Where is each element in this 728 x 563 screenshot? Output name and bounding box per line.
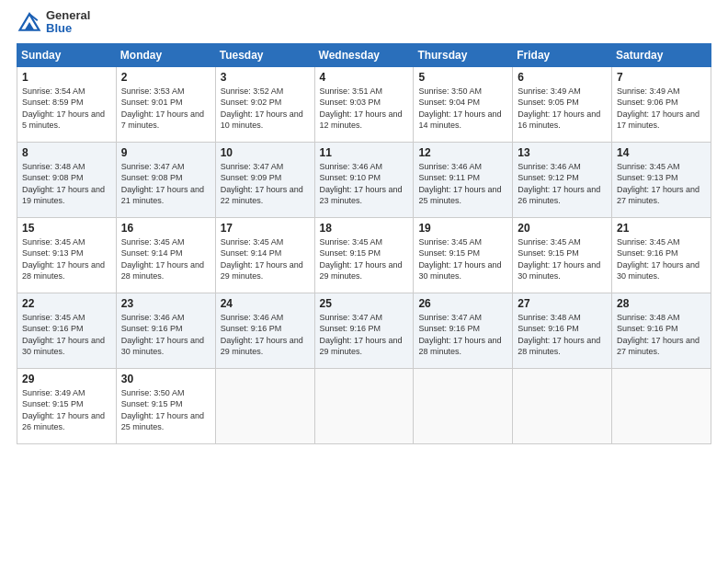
calendar-cell: 16 Sunrise: 3:45 AMSunset: 9:14 PMDaylig… (116, 217, 215, 293)
calendar-header-monday: Monday (116, 43, 215, 66)
day-info: Sunrise: 3:45 AMSunset: 9:16 PMDaylight:… (22, 312, 111, 358)
day-number: 20 (518, 222, 607, 235)
day-number: 30 (121, 373, 210, 385)
calendar-cell (414, 368, 513, 443)
calendar-cell: 2 Sunrise: 3:53 AMSunset: 9:01 PMDayligh… (116, 66, 215, 142)
day-info: Sunrise: 3:45 AMSunset: 9:13 PMDaylight:… (22, 236, 111, 282)
day-info: Sunrise: 3:45 AMSunset: 9:15 PMDaylight:… (518, 236, 607, 282)
calendar-cell: 24 Sunrise: 3:46 AMSunset: 9:16 PMDaylig… (215, 293, 314, 368)
day-info: Sunrise: 3:50 AMSunset: 9:04 PMDaylight:… (418, 86, 507, 132)
calendar-cell (314, 368, 414, 443)
day-info: Sunrise: 3:51 AMSunset: 9:03 PMDaylight:… (320, 86, 409, 132)
page: General Blue SundayMondayTuesdayWednesda… (0, 0, 728, 563)
calendar-cell: 15 Sunrise: 3:45 AMSunset: 9:13 PMDaylig… (17, 217, 117, 293)
calendar-cell: 14 Sunrise: 3:45 AMSunset: 9:13 PMDaylig… (612, 142, 711, 217)
day-number: 29 (22, 373, 111, 385)
calendar-cell: 29 Sunrise: 3:49 AMSunset: 9:15 PMDaylig… (17, 368, 117, 443)
day-info: Sunrise: 3:45 AMSunset: 9:14 PMDaylight:… (121, 236, 210, 282)
calendar-cell: 26 Sunrise: 3:47 AMSunset: 9:16 PMDaylig… (414, 293, 513, 368)
day-info: Sunrise: 3:53 AMSunset: 9:01 PMDaylight:… (121, 86, 210, 132)
day-number: 9 (121, 146, 210, 159)
day-info: Sunrise: 3:50 AMSunset: 9:15 PMDaylight:… (121, 387, 210, 433)
calendar-header-sunday: Sunday (17, 43, 117, 66)
day-info: Sunrise: 3:47 AMSunset: 9:16 PMDaylight:… (418, 312, 507, 358)
day-number: 14 (617, 146, 706, 159)
day-info: Sunrise: 3:46 AMSunset: 9:11 PMDaylight:… (418, 161, 507, 207)
calendar-cell: 10 Sunrise: 3:47 AMSunset: 9:09 PMDaylig… (215, 142, 314, 217)
day-number: 21 (617, 222, 706, 235)
day-info: Sunrise: 3:49 AMSunset: 9:05 PMDaylight:… (518, 86, 607, 132)
calendar-cell: 30 Sunrise: 3:50 AMSunset: 9:15 PMDaylig… (116, 368, 215, 443)
day-info: Sunrise: 3:47 AMSunset: 9:09 PMDaylight:… (221, 161, 310, 207)
day-number: 18 (320, 222, 409, 235)
day-number: 1 (22, 71, 111, 84)
day-number: 24 (221, 297, 310, 310)
calendar-cell: 12 Sunrise: 3:46 AMSunset: 9:11 PMDaylig… (414, 142, 513, 217)
day-number: 23 (121, 297, 210, 310)
day-number: 2 (121, 71, 210, 84)
day-number: 7 (617, 71, 706, 84)
calendar-week-row: 15 Sunrise: 3:45 AMSunset: 9:13 PMDaylig… (17, 217, 711, 293)
day-info: Sunrise: 3:46 AMSunset: 9:12 PMDaylight:… (518, 161, 607, 207)
day-number: 28 (617, 297, 706, 310)
calendar-cell (612, 368, 711, 443)
calendar-cell: 13 Sunrise: 3:46 AMSunset: 9:12 PMDaylig… (513, 142, 612, 217)
calendar-cell: 7 Sunrise: 3:49 AMSunset: 9:06 PMDayligh… (612, 66, 711, 142)
day-info: Sunrise: 3:48 AMSunset: 9:16 PMDaylight:… (617, 312, 706, 358)
calendar-table: SundayMondayTuesdayWednesdayThursdayFrid… (17, 43, 711, 444)
day-info: Sunrise: 3:45 AMSunset: 9:14 PMDaylight:… (221, 236, 310, 282)
day-number: 16 (121, 222, 210, 235)
calendar-week-row: 1 Sunrise: 3:54 AMSunset: 8:59 PMDayligh… (17, 66, 711, 142)
day-info: Sunrise: 3:46 AMSunset: 9:16 PMDaylight:… (121, 312, 210, 358)
day-info: Sunrise: 3:45 AMSunset: 9:16 PMDaylight:… (617, 236, 706, 282)
day-number: 22 (22, 297, 111, 310)
calendar-cell: 3 Sunrise: 3:52 AMSunset: 9:02 PMDayligh… (215, 66, 314, 142)
calendar-cell: 21 Sunrise: 3:45 AMSunset: 9:16 PMDaylig… (612, 217, 711, 293)
day-number: 25 (320, 297, 409, 310)
day-info: Sunrise: 3:54 AMSunset: 8:59 PMDaylight:… (22, 86, 111, 132)
day-number: 15 (22, 222, 111, 235)
calendar-cell: 1 Sunrise: 3:54 AMSunset: 8:59 PMDayligh… (17, 66, 117, 142)
calendar-header-saturday: Saturday (612, 43, 711, 66)
calendar-cell: 22 Sunrise: 3:45 AMSunset: 9:16 PMDaylig… (17, 293, 117, 368)
calendar-cell: 18 Sunrise: 3:45 AMSunset: 9:15 PMDaylig… (314, 217, 414, 293)
day-number: 11 (320, 146, 409, 159)
calendar-week-row: 29 Sunrise: 3:49 AMSunset: 9:15 PMDaylig… (17, 368, 711, 443)
logo: General Blue (17, 9, 90, 36)
calendar-cell: 19 Sunrise: 3:45 AMSunset: 9:15 PMDaylig… (414, 217, 513, 293)
day-info: Sunrise: 3:47 AMSunset: 9:16 PMDaylight:… (320, 312, 409, 358)
day-number: 27 (518, 297, 607, 310)
day-info: Sunrise: 3:45 AMSunset: 9:15 PMDaylight:… (418, 236, 507, 282)
day-number: 12 (418, 146, 507, 159)
day-number: 13 (518, 146, 607, 159)
day-number: 4 (320, 71, 409, 84)
svg-marker-1 (25, 22, 35, 30)
day-number: 5 (418, 71, 507, 84)
day-number: 10 (221, 146, 310, 159)
calendar-cell: 5 Sunrise: 3:50 AMSunset: 9:04 PMDayligh… (414, 66, 513, 142)
day-number: 6 (518, 71, 607, 84)
day-info: Sunrise: 3:45 AMSunset: 9:13 PMDaylight:… (617, 161, 706, 207)
calendar-cell: 17 Sunrise: 3:45 AMSunset: 9:14 PMDaylig… (215, 217, 314, 293)
day-info: Sunrise: 3:46 AMSunset: 9:10 PMDaylight:… (320, 161, 409, 207)
day-info: Sunrise: 3:49 AMSunset: 9:15 PMDaylight:… (22, 387, 111, 433)
day-info: Sunrise: 3:48 AMSunset: 9:08 PMDaylight:… (22, 161, 111, 207)
day-info: Sunrise: 3:47 AMSunset: 9:08 PMDaylight:… (121, 161, 210, 207)
calendar-cell: 9 Sunrise: 3:47 AMSunset: 9:08 PMDayligh… (116, 142, 215, 217)
calendar-cell (215, 368, 314, 443)
calendar-cell: 8 Sunrise: 3:48 AMSunset: 9:08 PMDayligh… (17, 142, 117, 217)
logo-text: General Blue (46, 9, 90, 36)
calendar-cell: 23 Sunrise: 3:46 AMSunset: 9:16 PMDaylig… (116, 293, 215, 368)
calendar-cell (513, 368, 612, 443)
day-info: Sunrise: 3:46 AMSunset: 9:16 PMDaylight:… (221, 312, 310, 358)
calendar-cell: 25 Sunrise: 3:47 AMSunset: 9:16 PMDaylig… (314, 293, 414, 368)
calendar-header-row: SundayMondayTuesdayWednesdayThursdayFrid… (17, 43, 711, 66)
calendar-header-thursday: Thursday (414, 43, 513, 66)
calendar-cell: 11 Sunrise: 3:46 AMSunset: 9:10 PMDaylig… (314, 142, 414, 217)
calendar-week-row: 8 Sunrise: 3:48 AMSunset: 9:08 PMDayligh… (17, 142, 711, 217)
day-number: 3 (221, 71, 310, 84)
day-number: 17 (221, 222, 310, 235)
calendar-cell: 27 Sunrise: 3:48 AMSunset: 9:16 PMDaylig… (513, 293, 612, 368)
calendar-cell: 6 Sunrise: 3:49 AMSunset: 9:05 PMDayligh… (513, 66, 612, 142)
calendar-cell: 28 Sunrise: 3:48 AMSunset: 9:16 PMDaylig… (612, 293, 711, 368)
